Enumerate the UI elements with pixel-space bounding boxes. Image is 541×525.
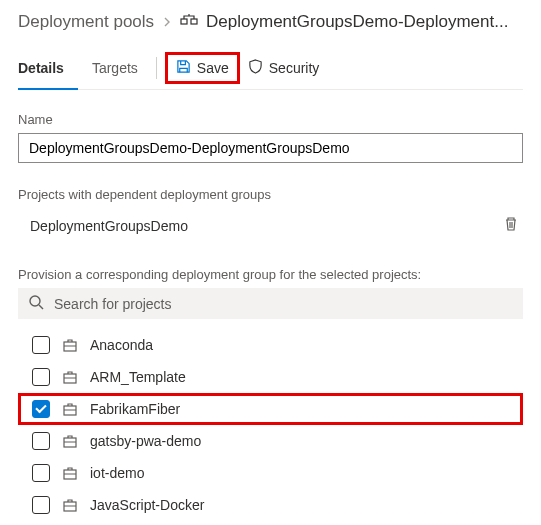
checkbox[interactable]	[32, 368, 50, 386]
project-item[interactable]: JavaScript-Docker	[18, 489, 523, 521]
svg-point-2	[30, 296, 40, 306]
checkbox[interactable]	[32, 400, 50, 418]
briefcase-icon	[62, 497, 78, 513]
briefcase-icon	[62, 369, 78, 385]
checkbox[interactable]	[32, 432, 50, 450]
project-item[interactable]: FabrikamFiber	[18, 393, 523, 425]
breadcrumb-root[interactable]: Deployment pools	[18, 12, 154, 32]
search-box[interactable]	[18, 288, 523, 319]
project-list: AnacondaARM_TemplateFabrikamFibergatsby-…	[18, 329, 523, 521]
provision-section: Provision a corresponding deployment gro…	[18, 267, 523, 521]
tab-targets[interactable]: Targets	[78, 46, 152, 89]
tab-targets-label: Targets	[92, 60, 138, 76]
name-section: Name	[18, 112, 523, 163]
save-button[interactable]: Save	[165, 52, 240, 84]
shield-icon	[248, 59, 263, 77]
briefcase-icon	[62, 401, 78, 417]
trash-icon	[503, 219, 519, 235]
briefcase-icon	[62, 465, 78, 481]
project-name: gatsby-pwa-demo	[90, 433, 201, 449]
project-name: JavaScript-Docker	[90, 497, 204, 513]
delete-button[interactable]	[503, 216, 519, 235]
dependent-item: DeploymentGroupsDemo	[18, 208, 523, 243]
save-icon	[176, 59, 191, 77]
provision-label: Provision a corresponding deployment gro…	[18, 267, 523, 282]
briefcase-icon	[62, 337, 78, 353]
checkbox[interactable]	[32, 496, 50, 514]
project-item[interactable]: iot-demo	[18, 457, 523, 489]
security-button[interactable]: Security	[240, 55, 328, 81]
tab-details-label: Details	[18, 60, 64, 76]
tab-details[interactable]: Details	[18, 46, 78, 89]
search-icon	[28, 294, 44, 313]
svg-rect-0	[181, 19, 187, 24]
name-label: Name	[18, 112, 523, 127]
project-item[interactable]: ARM_Template	[18, 361, 523, 393]
chevron-right-icon	[162, 12, 172, 32]
project-item[interactable]: gatsby-pwa-demo	[18, 425, 523, 457]
breadcrumb: Deployment pools DeploymentGroupsDemo-De…	[18, 12, 523, 32]
name-input[interactable]	[18, 133, 523, 163]
dependent-label: Projects with dependent deployment group…	[18, 187, 523, 202]
svg-rect-1	[191, 19, 197, 24]
toolbar: Details Targets Save Security	[18, 46, 523, 90]
search-input[interactable]	[54, 296, 513, 312]
project-name: Anaconda	[90, 337, 153, 353]
deployment-pool-icon	[180, 13, 198, 31]
project-name: FabrikamFiber	[90, 401, 180, 417]
toolbar-separator	[156, 57, 157, 79]
project-name: iot-demo	[90, 465, 144, 481]
project-item[interactable]: Anaconda	[18, 329, 523, 361]
project-name: ARM_Template	[90, 369, 186, 385]
checkbox[interactable]	[32, 336, 50, 354]
security-label: Security	[269, 60, 320, 76]
dependent-section: Projects with dependent deployment group…	[18, 187, 523, 243]
breadcrumb-current: DeploymentGroupsDemo-Deployment...	[206, 12, 508, 32]
briefcase-icon	[62, 433, 78, 449]
save-label: Save	[197, 60, 229, 76]
dependent-item-name: DeploymentGroupsDemo	[30, 218, 188, 234]
checkbox[interactable]	[32, 464, 50, 482]
